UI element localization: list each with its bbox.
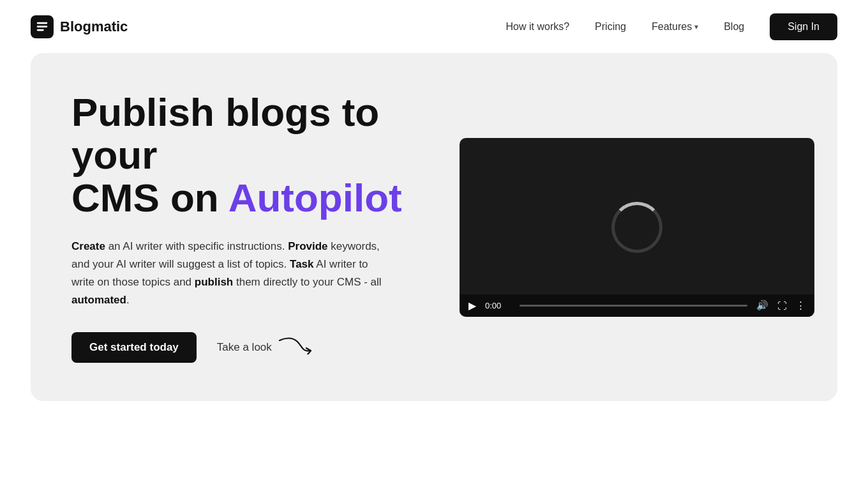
sign-in-button[interactable]: Sign In — [770, 13, 837, 40]
features-link[interactable]: Features ▾ — [652, 21, 698, 33]
video-fullscreen-icon[interactable]: ⛶ — [777, 300, 787, 311]
get-started-button[interactable]: Get started today — [71, 332, 197, 363]
video-time: 0:00 — [485, 301, 511, 310]
logo-icon — [31, 15, 54, 38]
hero-description: Create an AI writer with specific instru… — [71, 238, 391, 309]
navbar: Blogmatic How it works? Pricing Features… — [0, 0, 868, 53]
hero-title: Publish blogs to your CMS on Autopilot — [71, 91, 429, 220]
svg-rect-0 — [37, 22, 48, 24]
video-icon-group: 🔊 ⛶ ⋮ — [756, 300, 805, 311]
curved-arrow-icon — [278, 337, 314, 358]
blog-link[interactable]: Blog — [724, 21, 744, 33]
hero-video[interactable]: ▶ 0:00 🔊 ⛶ ⋮ — [460, 138, 814, 317]
video-volume-icon[interactable]: 🔊 — [756, 300, 768, 311]
video-controls: ▶ 0:00 🔊 ⛶ ⋮ — [460, 294, 814, 317]
hero-section: Publish blogs to your CMS on Autopilot C… — [31, 53, 837, 401]
nav-links: How it works? Pricing Features ▾ Blog Si… — [506, 13, 837, 40]
svg-rect-1 — [37, 26, 48, 27]
how-it-works-link[interactable]: How it works? — [506, 21, 570, 33]
chevron-down-icon: ▾ — [694, 22, 698, 31]
logo-text: Blogmatic — [60, 19, 128, 35]
hero-actions: Get started today Take a look — [71, 332, 429, 363]
take-a-look-link[interactable]: Take a look — [217, 337, 314, 358]
video-spinner — [611, 202, 662, 253]
pricing-link[interactable]: Pricing — [595, 21, 626, 33]
logo[interactable]: Blogmatic — [31, 15, 128, 38]
video-progress-bar[interactable] — [520, 305, 747, 307]
video-play-icon[interactable]: ▶ — [468, 300, 476, 312]
hero-content: Publish blogs to your CMS on Autopilot C… — [71, 91, 429, 363]
video-more-icon[interactable]: ⋮ — [796, 300, 805, 311]
svg-rect-2 — [37, 29, 44, 31]
autopilot-highlight: Autopilot — [228, 176, 402, 220]
